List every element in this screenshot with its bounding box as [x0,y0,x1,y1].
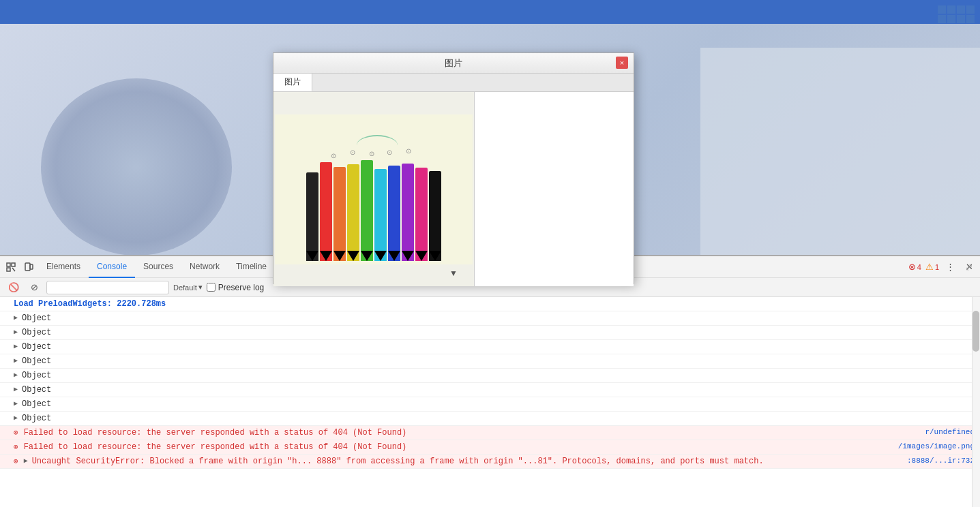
devtools-more-button[interactable]: ⋮ [942,259,958,275]
tab-timeline[interactable]: Timeline [228,256,275,278]
modal-scroll-arrow[interactable]: ▼ [449,268,458,278]
pencil-top: ⊙ ⊙ ⊙ ⊙ ⊙ [275,114,473,160]
obj-label-2: Object [22,328,51,337]
error-icon-3: ⊗ [14,457,18,465]
pencil-4 [347,164,359,261]
obj-label-4: Object [22,356,51,366]
stick-figure-1: ⊙ [331,152,336,159]
pencil-9 [415,168,428,261]
stick-figure-3: ⊙ [369,150,374,157]
error-text-1: Failed to load resource: the server resp… [24,428,407,437]
console-scrollbar[interactable] [972,297,980,507]
sq3 [957,5,965,14]
expand-arrow-2[interactable]: ▶ [14,328,18,336]
error-icon-2: ⊗ [14,442,18,451]
sq2 [947,5,955,14]
pencil-6 [374,169,387,261]
modal-right-area [475,92,634,286]
console-line-obj7: ▶ Object [0,397,980,412]
browser-content: 图片 × 图片 ⊙ ⊙ ⊙ ⊙ ⊙ [0,24,980,507]
modal-image-area: ⊙ ⊙ ⊙ ⊙ ⊙ [273,92,475,286]
filter-dropdown-label: Default [173,283,197,292]
pencil-scene: ⊙ ⊙ ⊙ ⊙ ⊙ [275,114,473,264]
stick-figure-4: ⊙ [387,149,392,156]
devtools-panel: Elements Console Sources Network Timelin… [0,255,980,507]
error-text-3: Uncaught SecurityError: Blocked a frame … [32,457,764,466]
svg-rect-2 [7,268,10,271]
pencil-8 [402,164,414,261]
expand-arrow-1[interactable]: ▶ [14,313,18,322]
obj-label-1: Object [22,313,51,323]
console-line-obj3: ▶ Object [0,340,980,354]
svg-rect-3 [25,263,30,271]
browser-controls [938,5,975,23]
console-line-error1: ⊗ Failed to load resource: the server re… [0,426,980,440]
obj-label-3: Object [22,342,51,352]
pencil-row [275,160,473,264]
blurred-right-area [700,48,980,279]
svg-rect-1 [12,263,15,266]
obj-label-6: Object [22,385,51,395]
console-line-error3: ⊗ ▶ Uncaught SecurityError: Blocked a fr… [0,455,980,469]
warning-count: 1 [935,263,939,271]
console-clear-button[interactable]: 🚫 [5,279,22,296]
modal-tabs: 图片 [273,74,634,92]
console-line-obj5: ▶ Object [0,369,980,383]
filter-dropdown-arrow: ▾ [198,283,203,292]
pencil-2 [320,162,332,261]
error-link-2[interactable]: /images/image.png [838,442,975,450]
sq8 [966,15,975,23]
devtools-resize-handle[interactable]: ⤢ [964,262,975,273]
console-output[interactable]: Load PreloadWidgets: 2220.728ms ▶ Object… [0,297,980,507]
modal-titlebar: 图片 × [273,53,634,74]
console-filter-dropdown[interactable]: Default ▾ [173,283,203,292]
tab-sources[interactable]: Sources [135,256,181,278]
pencil-3 [333,167,346,261]
obj-label-5: Object [22,371,51,380]
tab-elements[interactable]: Elements [38,256,89,278]
expand-arrow-4[interactable]: ▶ [14,356,18,365]
sq5 [938,15,946,23]
preserve-log-label: Preserve log [218,283,264,292]
console-filter-button[interactable]: ⊘ [26,279,42,296]
error-link-3[interactable]: :8888/...ir:732 [838,457,975,465]
bg-shape [41,78,232,256]
svg-rect-0 [7,263,10,266]
sq1 [938,5,946,14]
devtools-device-button[interactable] [20,259,37,275]
pencil-7 [388,166,400,261]
obj-label-7: Object [22,399,51,409]
image-modal: 图片 × 图片 ⊙ ⊙ ⊙ ⊙ ⊙ [273,52,634,284]
error-icon-1: ⊗ [14,428,18,437]
browser-titlebar [0,0,980,24]
stick-figure-5: ⊙ [406,147,411,155]
console-filter-input[interactable] [46,281,169,294]
error-text-2: Failed to load resource: the server resp… [24,442,407,452]
pencil-5 [361,160,373,261]
expand-arrow-8[interactable]: ▶ [14,414,18,422]
svg-rect-4 [30,264,33,269]
sq6 [947,15,955,23]
sq4 [966,5,975,14]
pencil-10 [429,171,441,261]
expand-arrow-5[interactable]: ▶ [14,371,18,379]
expand-arrow-3[interactable]: ▶ [14,342,18,350]
scrollbar-thumb[interactable] [972,311,979,352]
preserve-log-checkbox[interactable] [207,283,216,292]
expand-arrow-error3[interactable]: ▶ [24,457,28,465]
obj-label-8: Object [22,414,51,423]
tab-network[interactable]: Network [181,256,228,278]
expand-arrow-6[interactable]: ▶ [14,385,18,393]
preload-text: Load PreloadWidgets: 2220.728ms [14,299,166,309]
sq7 [957,15,965,23]
console-line-obj1: ▶ Object [0,311,980,326]
error-link-1[interactable]: r/undefined [838,428,975,436]
tab-console[interactable]: Console [89,256,135,278]
preserve-log-area: Preserve log [207,283,264,292]
expand-arrow-7[interactable]: ▶ [14,399,18,408]
modal-close-button[interactable]: × [616,57,628,69]
console-line-obj8: ▶ Object [0,412,980,426]
error-count: 4 [917,263,921,271]
devtools-inspect-button[interactable] [3,259,19,275]
modal-tab-image[interactable]: 图片 [273,74,312,91]
